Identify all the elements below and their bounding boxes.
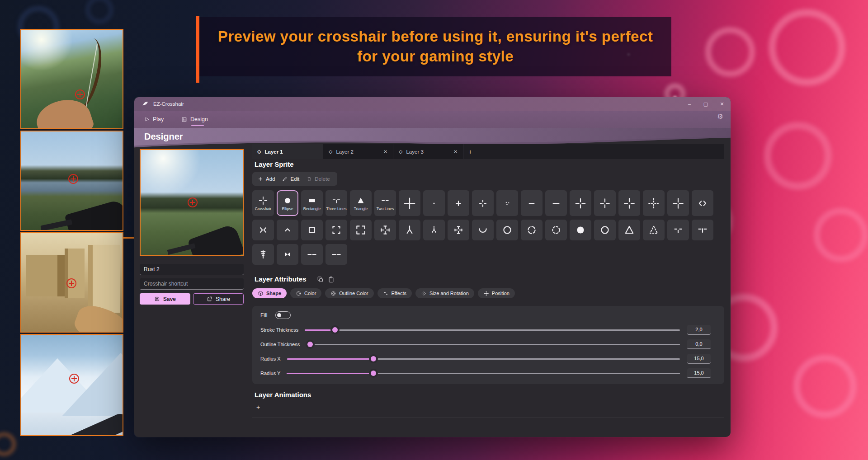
- sprite-scope-post-button[interactable]: [252, 244, 274, 265]
- sprite-corners-small-button[interactable]: [326, 220, 347, 240]
- corner-brackets-large-icon: [355, 224, 367, 236]
- tab-shape[interactable]: Shape: [252, 288, 287, 298]
- fill-toggle[interactable]: [275, 311, 291, 319]
- sprite-brackets-inward-button[interactable]: [252, 220, 274, 240]
- sprite-three-lines-button[interactable]: Three Lines: [326, 190, 347, 216]
- three-lines-cross-icon: [697, 224, 708, 236]
- add-layer-tab-button[interactable]: +: [463, 144, 477, 159]
- game-screenshot-desert: [20, 232, 123, 333]
- radius-y-slider[interactable]: [287, 371, 680, 376]
- share-button[interactable]: Share: [193, 293, 244, 305]
- layer-tab-1[interactable]: ◇ Layer 1: [252, 144, 323, 159]
- bold-gap-cross-icon: [599, 197, 611, 209]
- sprite-corners-large-button[interactable]: [350, 220, 372, 240]
- outline-thickness-slider[interactable]: [306, 342, 680, 347]
- sprite-crosshair-button[interactable]: Crosshair: [252, 190, 274, 216]
- sprite-rectangle-button[interactable]: Rectangle: [301, 190, 323, 216]
- tab-position[interactable]: Position: [478, 288, 515, 298]
- outline-thickness-value[interactable]: 0,0: [687, 339, 711, 349]
- slider-thumb[interactable]: [307, 342, 313, 347]
- minimize-button[interactable]: –: [684, 101, 694, 107]
- sprite-two-dashes-thin-button[interactable]: [301, 244, 323, 265]
- slider-thumb[interactable]: [371, 356, 376, 361]
- trash-icon: [307, 176, 312, 182]
- sprite-triangle-outline-button[interactable]: [618, 220, 640, 240]
- sprite-bold-gap-cross-button[interactable]: [594, 190, 616, 216]
- sprite-three-lines-3-button[interactable]: [692, 220, 713, 240]
- sprite-three-lines-2-button[interactable]: [667, 220, 689, 240]
- red-crosshair-marker: [188, 197, 198, 207]
- sprite-gap-cross-variant-button[interactable]: [618, 190, 640, 216]
- sprite-circle-dashed-fine-button[interactable]: [545, 220, 567, 240]
- promo-canvas: Preview your crosshair before using it, …: [0, 0, 868, 460]
- sprite-thin-cross-button[interactable]: [667, 190, 689, 216]
- sprite-two-dashes-bold-button[interactable]: [326, 244, 347, 265]
- copy-icon[interactable]: [317, 276, 324, 283]
- delete-label: Delete: [315, 176, 330, 182]
- sprite-angle-brackets-button[interactable]: [692, 190, 713, 216]
- sprite-triangle-dotted-button[interactable]: [643, 220, 665, 240]
- close-tab-icon[interactable]: ✕: [384, 149, 387, 154]
- close-button[interactable]: ✕: [717, 101, 727, 107]
- slider-thumb[interactable]: [332, 327, 338, 333]
- sprite-circle-filled-button[interactable]: [570, 220, 591, 240]
- gear-icon[interactable]: ⚙: [717, 113, 723, 121]
- corner-brackets-small-icon: [330, 224, 342, 236]
- radius-y-value[interactable]: 15,0: [687, 368, 711, 378]
- radius-x-slider[interactable]: [287, 356, 680, 362]
- nav-play-label: Play: [153, 116, 164, 122]
- sprite-circle-thin-button[interactable]: [594, 220, 616, 240]
- paste-icon[interactable]: [328, 276, 335, 283]
- sprite-gap-cross-button[interactable]: [570, 190, 591, 216]
- stroke-thickness-value[interactable]: 2,0: [687, 325, 711, 335]
- sprite-dots-button[interactable]: [496, 190, 518, 216]
- sprite-split-plus-button[interactable]: [472, 190, 494, 216]
- layer-tab-3[interactable]: ◇ Layer 3 ✕: [393, 144, 463, 159]
- ellipse-shape-icon: [283, 196, 292, 206]
- layer-tab-2[interactable]: ◇ Layer 2 ✕: [323, 144, 393, 159]
- tab-outline-color[interactable]: Outline Color: [325, 288, 373, 298]
- sprite-arc-button[interactable]: [472, 220, 494, 240]
- slider-thumb[interactable]: [371, 371, 376, 376]
- tab-effects[interactable]: Effects: [377, 288, 412, 298]
- sprite-bold-plus-button[interactable]: [448, 190, 469, 216]
- game-screenshot-snow: [20, 334, 123, 436]
- fill-row: Fill: [260, 311, 291, 319]
- layer-animations-heading: Layer Animations: [255, 391, 311, 399]
- tab-size-rotation[interactable]: Size and Rotation: [415, 288, 474, 298]
- edit-sprite-button[interactable]: Edit: [282, 176, 299, 182]
- add-sprite-button[interactable]: Add: [258, 176, 275, 182]
- maximize-button[interactable]: ▢: [701, 101, 711, 107]
- stroke-thickness-slider[interactable]: [305, 327, 680, 333]
- sprite-dot-button[interactable]: [423, 190, 445, 216]
- delete-sprite-button[interactable]: Delete: [307, 176, 330, 182]
- save-button[interactable]: Save: [140, 293, 190, 305]
- tab-color[interactable]: Color: [290, 288, 321, 298]
- sprite-dotted-cross-button[interactable]: [643, 190, 665, 216]
- sprite-thick-dash-button[interactable]: [521, 190, 542, 216]
- sprite-y-shape-button[interactable]: [399, 220, 420, 240]
- sprite-big-plus-button[interactable]: [399, 190, 420, 216]
- sprite-circle-button[interactable]: [496, 220, 518, 240]
- crosshair-name-input[interactable]: Rust 2: [140, 264, 244, 275]
- sprite-triangle-button[interactable]: Triangle: [350, 190, 372, 216]
- sprite-t-cross-2-button[interactable]: [448, 220, 469, 240]
- sprite-circle-dashed-button[interactable]: [521, 220, 542, 240]
- sprite-two-lines-button[interactable]: Two Lines: [374, 190, 396, 216]
- radius-x-value[interactable]: 15,0: [687, 354, 711, 364]
- sprite-caret-button[interactable]: [277, 220, 298, 240]
- sprite-thin-dash-button[interactable]: [545, 190, 567, 216]
- sprite-square-button[interactable]: [301, 220, 323, 240]
- crosshair-shortcut-input[interactable]: Crosshair shortcut: [140, 278, 244, 290]
- divider: [252, 417, 724, 418]
- sprite-ellipse-button-selected[interactable]: Ellipse: [277, 190, 298, 216]
- add-animation-button[interactable]: +: [256, 404, 260, 411]
- nav-play[interactable]: Play: [144, 111, 164, 128]
- crosshair-preview: [140, 149, 244, 256]
- layer-attributes-heading: Layer Attributes: [255, 275, 306, 283]
- close-tab-icon[interactable]: ✕: [454, 149, 458, 154]
- sprite-triangle-pair-button[interactable]: [277, 244, 298, 265]
- sprite-y-dotted-button[interactable]: [423, 220, 445, 240]
- sprite-t-cross-button[interactable]: [374, 220, 396, 240]
- triangle-outline-icon: [623, 224, 635, 236]
